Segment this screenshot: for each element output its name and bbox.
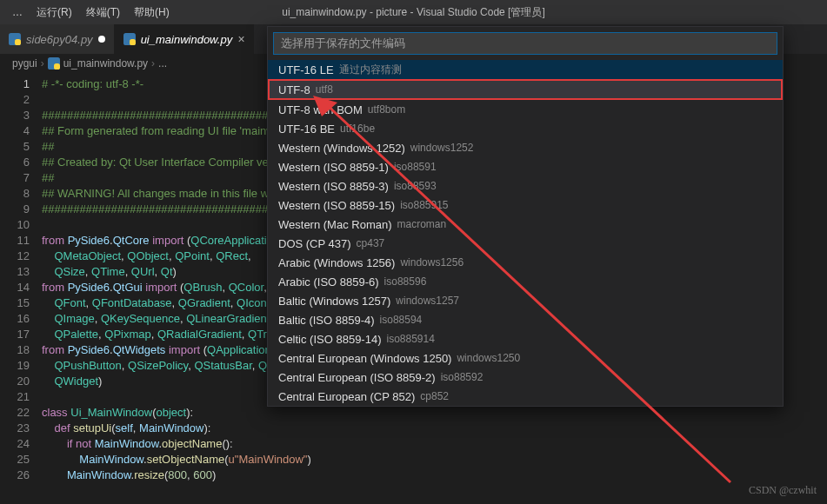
chevron-right-icon: › — [41, 57, 44, 70]
encoding-option[interactable]: Western (Mac Roman)macroman — [268, 215, 783, 234]
encoding-option[interactable]: Baltic (ISO 8859-4)iso88594 — [268, 310, 783, 329]
tab-label: side6py04.py — [26, 33, 93, 46]
menu-overflow[interactable]: … — [5, 0, 30, 24]
python-icon — [123, 33, 136, 45]
encoding-option[interactable]: Arabic (Windows 1256)windows1256 — [268, 253, 783, 272]
python-icon — [9, 33, 21, 45]
breadcrumb-more[interactable]: ... — [158, 57, 167, 70]
svg-rect-5 — [54, 63, 60, 70]
encoding-option[interactable]: Western (ISO 8859-3)iso88593 — [268, 176, 783, 196]
watermark: CSDN @czwhit — [749, 484, 817, 497]
breadcrumb-root[interactable]: pygui — [12, 57, 37, 70]
encoding-option[interactable]: DOS (CP 437)cp437 — [268, 234, 783, 253]
quickpick-list[interactable]: UTF-16 LE通过内容猜测UTF-8utf8UTF-8 with BOMut… — [268, 60, 783, 406]
menu-terminal[interactable]: 终端(T) — [79, 0, 127, 24]
encoding-option[interactable]: Western (Windows 1252)windows1252 — [268, 138, 783, 157]
encoding-option[interactable]: Baltic (Windows 1257)windows1257 — [268, 291, 783, 310]
breadcrumb-file[interactable]: ui_mainwindow.py — [63, 57, 148, 70]
encoding-option[interactable]: Central European (ISO 8859-2)iso88592 — [268, 368, 783, 387]
menu-help[interactable]: 帮助(H) — [127, 0, 177, 24]
line-gutter: 1234567891011121314151617181920212223242… — [0, 73, 42, 504]
python-icon — [48, 57, 60, 70]
encoding-option[interactable]: UTF-8utf8 — [268, 79, 783, 100]
encoding-option[interactable]: Celtic (ISO 8859-14)iso885914 — [268, 329, 783, 348]
tab-label: ui_mainwindow.py — [141, 33, 233, 46]
close-icon[interactable]: × — [237, 32, 244, 46]
menu-bar: … 运行(R) 终端(T) 帮助(H) — [0, 0, 827, 24]
encoding-option[interactable]: Central European (Windows 1250)windows12… — [268, 348, 783, 368]
encoding-option[interactable]: Arabic (ISO 8859-6)iso88596 — [268, 272, 783, 291]
encoding-option[interactable]: UTF-8 with BOMutf8bom — [268, 100, 783, 119]
quickpick-placeholder: 选择用于保存的文件编码 — [281, 36, 405, 51]
dirty-dot-icon — [98, 36, 105, 43]
encoding-option[interactable]: UTF-16 BEutf16be — [268, 119, 783, 138]
chevron-right-icon: › — [151, 57, 155, 70]
encoding-option[interactable]: Central European (CP 852)cp852 — [268, 387, 783, 406]
quickpick-input[interactable]: 选择用于保存的文件编码 — [273, 32, 777, 55]
tab-ui-mainwindow[interactable]: ui_mainwindow.py × — [115, 24, 255, 54]
encoding-option[interactable]: UTF-16 LE通过内容猜测 — [268, 60, 783, 79]
encoding-option[interactable]: Western (ISO 8859-15)iso885915 — [268, 196, 783, 215]
menu-run[interactable]: 运行(R) — [30, 0, 79, 24]
encoding-quickpick: 选择用于保存的文件编码 UTF-16 LE通过内容猜测UTF-8utf8UTF-… — [267, 26, 784, 407]
tab-side6py04[interactable]: side6py04.py — [0, 24, 115, 54]
svg-rect-3 — [130, 39, 136, 45]
svg-rect-1 — [15, 39, 21, 45]
encoding-option[interactable]: Western (ISO 8859-1)iso88591 — [268, 157, 783, 176]
